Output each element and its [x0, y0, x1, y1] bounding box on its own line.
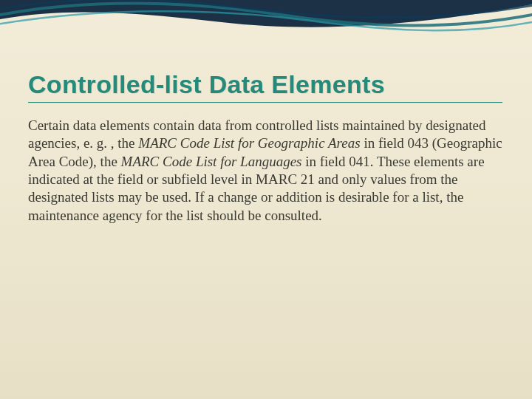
body-italic-2: MARC Code List for Languages [121, 154, 306, 169]
content-area: Controlled-list Data Elements Certain da… [28, 70, 502, 239]
slide-title: Controlled-list Data Elements [28, 70, 502, 100]
title-underline [28, 102, 502, 103]
body-italic-1: MARC Code List for Geographic Areas [138, 135, 360, 151]
slide-body: Certain data elements contain data from … [28, 117, 502, 225]
slide: Controlled-list Data Elements Certain da… [0, 0, 532, 399]
